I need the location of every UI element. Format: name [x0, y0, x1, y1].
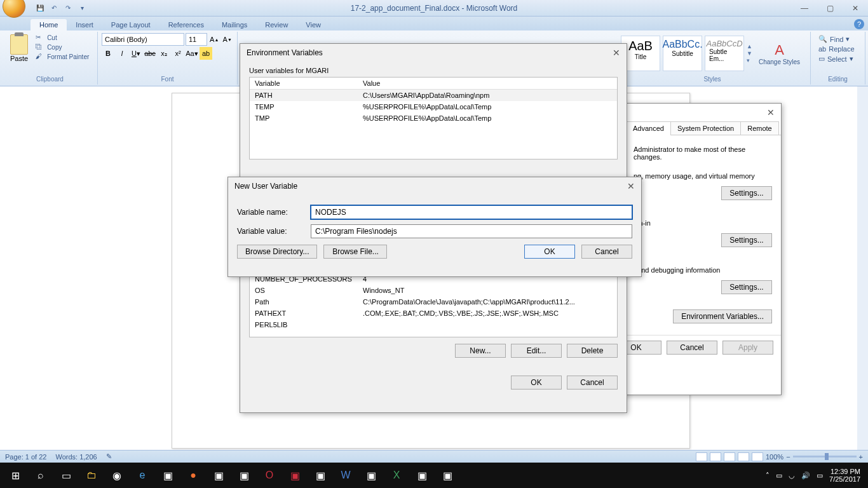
env-vars-button[interactable]: Environment Variables... [673, 309, 772, 323]
close-icon[interactable]: ✕ [627, 181, 635, 191]
select-button[interactable]: ▭Select ▾ [817, 54, 858, 64]
app-icon[interactable]: ▣ [358, 463, 384, 488]
app-icon[interactable]: ▣ [435, 463, 460, 488]
scrollbar[interactable] [857, 86, 868, 450]
office-button[interactable] [3, 0, 25, 18]
tab-references[interactable]: References [159, 19, 213, 30]
chrome-icon[interactable]: ◉ [104, 463, 130, 488]
tab-insert[interactable]: Insert [67, 19, 102, 30]
browse-directory-button[interactable]: Browse Directory... [237, 245, 317, 259]
adobe-icon[interactable]: ▣ [282, 463, 308, 488]
styles-up-icon[interactable]: ▲ [747, 43, 752, 50]
ok-button[interactable]: OK [511, 376, 562, 390]
app-icon[interactable]: ▣ [409, 463, 435, 488]
redo-icon[interactable]: ↷ [64, 4, 72, 13]
strike-button[interactable]: abc [144, 47, 156, 60]
firefox-icon[interactable]: ● [180, 463, 206, 488]
subscript-button[interactable]: x₂ [158, 47, 170, 60]
full-screen-view[interactable] [710, 452, 721, 461]
new-button[interactable]: New... [455, 344, 506, 358]
file-explorer-icon[interactable]: 🗀 [79, 463, 104, 488]
tray-clock[interactable]: 12:39 PM 7/25/2017 [829, 468, 860, 483]
tray-up-icon[interactable]: ˄ [766, 471, 770, 480]
tab-advanced[interactable]: Advanced [626, 121, 671, 135]
volume-icon[interactable]: 🔊 [801, 471, 810, 480]
web-layout-view[interactable] [724, 452, 735, 461]
underline-button[interactable]: U▾ [130, 47, 142, 60]
styles-more-icon[interactable]: ▾ [747, 57, 752, 64]
font-size-select[interactable] [186, 33, 207, 46]
apply-button[interactable]: Apply [722, 341, 773, 355]
tab-page-layout[interactable]: Page Layout [102, 19, 159, 30]
undo-icon[interactable]: ↶ [50, 4, 58, 13]
print-layout-view[interactable] [696, 452, 707, 461]
variable-value-input[interactable] [311, 224, 632, 238]
wifi-icon[interactable]: ◡ [789, 471, 795, 480]
edit-button[interactable]: Edit... [511, 344, 562, 358]
table-row[interactable]: PATHEXT.COM;.EXE;.BAT;.CMD;.VBS;.VBE;.JS… [250, 308, 617, 319]
settings-button-2[interactable]: Settings... [721, 233, 772, 247]
superscript-button[interactable]: x² [172, 47, 184, 60]
minimize-button[interactable]: — [792, 2, 817, 15]
font-name-select[interactable] [102, 33, 184, 46]
format-painter-button[interactable]: 🖌Format Painter [34, 52, 90, 61]
draft-view[interactable] [752, 452, 763, 461]
maximize-button[interactable]: ▢ [817, 2, 843, 15]
settings-button-1[interactable]: Settings... [721, 186, 772, 200]
style-subtitle[interactable]: AaBbCc. Subtitle [663, 36, 702, 71]
qat-dropdown-icon[interactable]: ▾ [78, 4, 86, 13]
styles-down-icon[interactable]: ▼ [747, 50, 752, 57]
search-icon[interactable]: ⌕ [28, 463, 53, 488]
app-icon[interactable]: ▣ [206, 463, 231, 488]
status-page[interactable]: Page: 1 of 22 [5, 453, 46, 461]
app-icon[interactable]: ▣ [308, 463, 333, 488]
highlight-button[interactable]: ab [200, 47, 212, 60]
browse-file-button[interactable]: Browse File... [323, 245, 387, 259]
start-button[interactable]: ⊞ [3, 463, 28, 488]
cancel-button[interactable]: Cancel [667, 341, 717, 355]
table-row[interactable]: PERL5LIB [250, 319, 617, 330]
zoom-level[interactable]: 100% [766, 453, 783, 461]
bold-button[interactable]: B [102, 47, 114, 60]
spellcheck-icon[interactable]: ✎ [106, 452, 112, 461]
edge-icon[interactable]: e [130, 463, 155, 488]
word-icon[interactable]: W [333, 463, 358, 488]
table-row[interactable]: TMP%USERPROFILE%\AppData\Local\Temp [250, 112, 617, 124]
copy-button[interactable]: ⿻Copy [34, 43, 90, 51]
outline-view[interactable] [738, 452, 749, 461]
table-row[interactable]: TEMP%USERPROFILE%\AppData\Local\Temp [250, 101, 617, 112]
ok-button[interactable]: OK [524, 245, 575, 259]
tab-home[interactable]: Home [31, 19, 67, 30]
italic-button[interactable]: I [116, 47, 128, 60]
paste-button[interactable]: Paste [6, 33, 32, 64]
shrink-font-button[interactable]: A▼ [222, 33, 234, 46]
delete-button[interactable]: Delete [567, 344, 618, 358]
cancel-button[interactable]: Cancel [581, 245, 632, 259]
help-icon[interactable]: ? [854, 19, 864, 29]
grow-font-button[interactable]: A▲ [208, 33, 220, 46]
style-subtle-em[interactable]: AaBbCcD Subtle Em... [705, 36, 744, 71]
tab-remote[interactable]: Remote [740, 121, 779, 135]
replace-button[interactable]: abReplace [817, 44, 858, 53]
table-row[interactable]: OSWindows_NT [250, 285, 617, 296]
change-case-button[interactable]: Aa▾ [186, 47, 198, 60]
header-value[interactable]: Value [358, 78, 617, 89]
find-button[interactable]: 🔍Find ▾ [817, 34, 858, 44]
user-vars-table[interactable]: Variable Value PATHC:\Users\MGARI\AppDat… [249, 77, 618, 159]
app-icon[interactable]: ▣ [231, 463, 257, 488]
status-words[interactable]: Words: 1,206 [55, 453, 97, 461]
close-icon[interactable]: ✕ [613, 48, 620, 58]
settings-button-3[interactable]: Settings... [721, 280, 772, 294]
tab-review[interactable]: Review [256, 19, 297, 30]
zoom-out-icon[interactable]: − [786, 453, 790, 461]
change-styles-button[interactable]: A Change Styles [755, 42, 804, 65]
zoom-slider[interactable] [793, 456, 857, 458]
opera-icon[interactable]: O [257, 463, 282, 488]
close-button[interactable]: ✕ [843, 2, 868, 15]
variable-name-input[interactable] [311, 205, 632, 219]
tab-system-protection[interactable]: System Protection [670, 121, 741, 135]
notification-icon[interactable]: ▭ [817, 471, 823, 480]
excel-icon[interactable]: X [384, 463, 409, 488]
cut-button[interactable]: ✂Cut [34, 33, 90, 42]
table-row[interactable]: PathC:\ProgramData\Oracle\Java\javapath;… [250, 296, 617, 308]
